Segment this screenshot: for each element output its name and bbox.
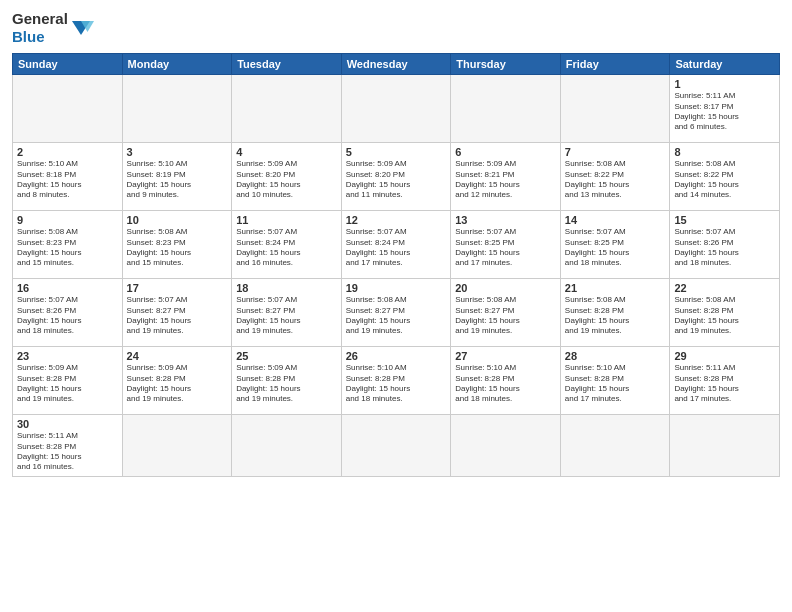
week-row-2: 2Sunrise: 5:10 AM Sunset: 8:18 PM Daylig… bbox=[13, 143, 780, 211]
day-number: 29 bbox=[674, 350, 775, 362]
day-info: Sunrise: 5:07 AM Sunset: 8:27 PM Dayligh… bbox=[127, 295, 228, 337]
day-info: Sunrise: 5:11 AM Sunset: 8:17 PM Dayligh… bbox=[674, 91, 775, 133]
weekday-header-wednesday: Wednesday bbox=[341, 54, 451, 75]
day-number: 20 bbox=[455, 282, 556, 294]
day-info: Sunrise: 5:07 AM Sunset: 8:24 PM Dayligh… bbox=[346, 227, 447, 269]
day-info: Sunrise: 5:11 AM Sunset: 8:28 PM Dayligh… bbox=[17, 431, 118, 473]
day-info: Sunrise: 5:08 AM Sunset: 8:22 PM Dayligh… bbox=[565, 159, 666, 201]
day-number: 10 bbox=[127, 214, 228, 226]
weekday-header-monday: Monday bbox=[122, 54, 232, 75]
calendar-cell: 26Sunrise: 5:10 AM Sunset: 8:28 PM Dayli… bbox=[341, 347, 451, 415]
calendar-cell: 10Sunrise: 5:08 AM Sunset: 8:23 PM Dayli… bbox=[122, 211, 232, 279]
day-number: 25 bbox=[236, 350, 337, 362]
calendar-cell: 19Sunrise: 5:08 AM Sunset: 8:27 PM Dayli… bbox=[341, 279, 451, 347]
calendar-cell: 4Sunrise: 5:09 AM Sunset: 8:20 PM Daylig… bbox=[232, 143, 342, 211]
calendar-cell: 27Sunrise: 5:10 AM Sunset: 8:28 PM Dayli… bbox=[451, 347, 561, 415]
calendar-cell bbox=[122, 415, 232, 477]
day-number: 26 bbox=[346, 350, 447, 362]
day-number: 13 bbox=[455, 214, 556, 226]
day-number: 23 bbox=[17, 350, 118, 362]
weekday-header-friday: Friday bbox=[560, 54, 670, 75]
day-info: Sunrise: 5:07 AM Sunset: 8:26 PM Dayligh… bbox=[17, 295, 118, 337]
calendar-cell: 22Sunrise: 5:08 AM Sunset: 8:28 PM Dayli… bbox=[670, 279, 780, 347]
day-info: Sunrise: 5:10 AM Sunset: 8:28 PM Dayligh… bbox=[455, 363, 556, 405]
week-row-6: 30Sunrise: 5:11 AM Sunset: 8:28 PM Dayli… bbox=[13, 415, 780, 477]
logo-general: General bbox=[12, 10, 68, 27]
day-number: 9 bbox=[17, 214, 118, 226]
page: General Blue SundayMondayTuesdayWednesda… bbox=[0, 0, 792, 612]
day-info: Sunrise: 5:08 AM Sunset: 8:23 PM Dayligh… bbox=[17, 227, 118, 269]
day-number: 2 bbox=[17, 146, 118, 158]
calendar-cell bbox=[232, 75, 342, 143]
logo: General Blue bbox=[12, 10, 94, 45]
weekday-header-row: SundayMondayTuesdayWednesdayThursdayFrid… bbox=[13, 54, 780, 75]
day-number: 14 bbox=[565, 214, 666, 226]
calendar-cell: 21Sunrise: 5:08 AM Sunset: 8:28 PM Dayli… bbox=[560, 279, 670, 347]
calendar-cell: 8Sunrise: 5:08 AM Sunset: 8:22 PM Daylig… bbox=[670, 143, 780, 211]
week-row-5: 23Sunrise: 5:09 AM Sunset: 8:28 PM Dayli… bbox=[13, 347, 780, 415]
day-info: Sunrise: 5:07 AM Sunset: 8:27 PM Dayligh… bbox=[236, 295, 337, 337]
calendar-cell: 25Sunrise: 5:09 AM Sunset: 8:28 PM Dayli… bbox=[232, 347, 342, 415]
calendar-cell: 9Sunrise: 5:08 AM Sunset: 8:23 PM Daylig… bbox=[13, 211, 123, 279]
day-number: 18 bbox=[236, 282, 337, 294]
calendar-cell: 15Sunrise: 5:07 AM Sunset: 8:26 PM Dayli… bbox=[670, 211, 780, 279]
calendar-cell bbox=[560, 75, 670, 143]
day-info: Sunrise: 5:08 AM Sunset: 8:28 PM Dayligh… bbox=[565, 295, 666, 337]
calendar-cell bbox=[341, 415, 451, 477]
calendar-cell: 17Sunrise: 5:07 AM Sunset: 8:27 PM Dayli… bbox=[122, 279, 232, 347]
calendar-cell: 16Sunrise: 5:07 AM Sunset: 8:26 PM Dayli… bbox=[13, 279, 123, 347]
calendar-cell: 23Sunrise: 5:09 AM Sunset: 8:28 PM Dayli… bbox=[13, 347, 123, 415]
calendar-cell bbox=[232, 415, 342, 477]
calendar-cell: 28Sunrise: 5:10 AM Sunset: 8:28 PM Dayli… bbox=[560, 347, 670, 415]
day-number: 7 bbox=[565, 146, 666, 158]
calendar-cell: 3Sunrise: 5:10 AM Sunset: 8:19 PM Daylig… bbox=[122, 143, 232, 211]
day-info: Sunrise: 5:08 AM Sunset: 8:22 PM Dayligh… bbox=[674, 159, 775, 201]
day-info: Sunrise: 5:10 AM Sunset: 8:18 PM Dayligh… bbox=[17, 159, 118, 201]
day-number: 28 bbox=[565, 350, 666, 362]
calendar-cell: 7Sunrise: 5:08 AM Sunset: 8:22 PM Daylig… bbox=[560, 143, 670, 211]
calendar-cell: 29Sunrise: 5:11 AM Sunset: 8:28 PM Dayli… bbox=[670, 347, 780, 415]
day-info: Sunrise: 5:09 AM Sunset: 8:28 PM Dayligh… bbox=[127, 363, 228, 405]
calendar-cell bbox=[451, 415, 561, 477]
day-info: Sunrise: 5:09 AM Sunset: 8:28 PM Dayligh… bbox=[236, 363, 337, 405]
calendar-cell: 13Sunrise: 5:07 AM Sunset: 8:25 PM Dayli… bbox=[451, 211, 561, 279]
weekday-header-thursday: Thursday bbox=[451, 54, 561, 75]
calendar-cell bbox=[670, 415, 780, 477]
calendar-cell: 30Sunrise: 5:11 AM Sunset: 8:28 PM Dayli… bbox=[13, 415, 123, 477]
logo-blue: Blue bbox=[12, 28, 45, 45]
day-number: 4 bbox=[236, 146, 337, 158]
day-number: 24 bbox=[127, 350, 228, 362]
day-info: Sunrise: 5:08 AM Sunset: 8:28 PM Dayligh… bbox=[674, 295, 775, 337]
day-info: Sunrise: 5:07 AM Sunset: 8:25 PM Dayligh… bbox=[565, 227, 666, 269]
calendar-cell: 6Sunrise: 5:09 AM Sunset: 8:21 PM Daylig… bbox=[451, 143, 561, 211]
day-number: 27 bbox=[455, 350, 556, 362]
day-number: 12 bbox=[346, 214, 447, 226]
logo-text-block: General Blue bbox=[12, 10, 68, 45]
calendar-cell bbox=[451, 75, 561, 143]
calendar-cell: 20Sunrise: 5:08 AM Sunset: 8:27 PM Dayli… bbox=[451, 279, 561, 347]
day-number: 15 bbox=[674, 214, 775, 226]
calendar-cell: 5Sunrise: 5:09 AM Sunset: 8:20 PM Daylig… bbox=[341, 143, 451, 211]
day-info: Sunrise: 5:09 AM Sunset: 8:21 PM Dayligh… bbox=[455, 159, 556, 201]
day-number: 17 bbox=[127, 282, 228, 294]
day-info: Sunrise: 5:08 AM Sunset: 8:23 PM Dayligh… bbox=[127, 227, 228, 269]
day-number: 16 bbox=[17, 282, 118, 294]
day-info: Sunrise: 5:11 AM Sunset: 8:28 PM Dayligh… bbox=[674, 363, 775, 405]
day-number: 3 bbox=[127, 146, 228, 158]
weekday-header-sunday: Sunday bbox=[13, 54, 123, 75]
day-info: Sunrise: 5:07 AM Sunset: 8:24 PM Dayligh… bbox=[236, 227, 337, 269]
calendar-cell: 1Sunrise: 5:11 AM Sunset: 8:17 PM Daylig… bbox=[670, 75, 780, 143]
day-number: 6 bbox=[455, 146, 556, 158]
calendar-cell bbox=[13, 75, 123, 143]
calendar-cell: 12Sunrise: 5:07 AM Sunset: 8:24 PM Dayli… bbox=[341, 211, 451, 279]
day-info: Sunrise: 5:08 AM Sunset: 8:27 PM Dayligh… bbox=[455, 295, 556, 337]
day-number: 8 bbox=[674, 146, 775, 158]
week-row-1: 1Sunrise: 5:11 AM Sunset: 8:17 PM Daylig… bbox=[13, 75, 780, 143]
day-number: 21 bbox=[565, 282, 666, 294]
calendar-table: SundayMondayTuesdayWednesdayThursdayFrid… bbox=[12, 53, 780, 477]
logo-triangle-icon bbox=[72, 17, 94, 39]
calendar-cell: 24Sunrise: 5:09 AM Sunset: 8:28 PM Dayli… bbox=[122, 347, 232, 415]
day-number: 19 bbox=[346, 282, 447, 294]
weekday-header-saturday: Saturday bbox=[670, 54, 780, 75]
day-info: Sunrise: 5:07 AM Sunset: 8:26 PM Dayligh… bbox=[674, 227, 775, 269]
